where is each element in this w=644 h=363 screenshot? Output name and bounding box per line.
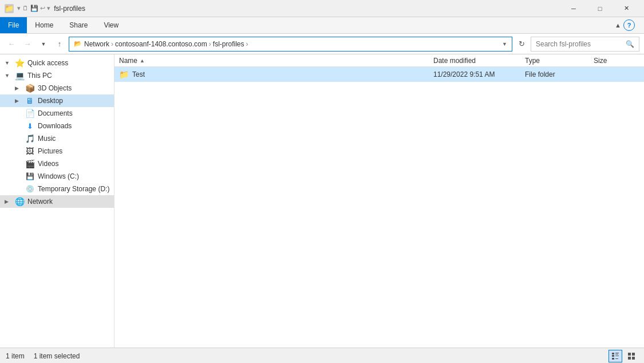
sidebar-item-pictures[interactable]: ▶ 🖼 Pictures [0,145,114,157]
col-header-type[interactable]: Type [525,57,594,65]
selected-count: 1 item selected [34,352,80,360]
file-type: File folder [525,70,594,78]
chevron-icon: ▶ [15,85,22,91]
view-buttons [609,350,638,362]
sidebar-item-videos[interactable]: ▶ 🎬 Videos [0,157,114,170]
ribbon-collapse[interactable]: ▲ [615,22,621,29]
sidebar-item-temp-storage[interactable]: ▶ 💿 Temporary Storage (D:) [0,183,114,195]
svg-rect-4 [615,356,619,356]
sidebar-item-documents[interactable]: ▶ 📄 Documents [0,107,114,120]
svg-rect-1 [615,353,619,353]
window-title: fsl-profiles [54,5,85,13]
network-icon: 🌐 [15,197,24,206]
videos-icon: 🎬 [25,159,34,168]
sidebar-item-network[interactable]: ▶ 🌐 Network [0,195,114,208]
sidebar-item-label: Quick access [27,59,68,67]
sidebar-item-label: Network [27,198,53,206]
search-icon: 🔍 [626,40,634,48]
chevron-icon: ▼ [5,60,11,66]
desktop-icon: 🖥 [25,96,34,105]
status-bar: 1 item 1 item selected [0,348,644,363]
svg-rect-6 [615,358,618,359]
view-details-button[interactable] [609,350,622,362]
ribbon-tab-bar: File Home Share View ▲ ? [0,17,644,33]
sort-arrow-name: ▲ [140,58,145,64]
svg-rect-2 [615,354,618,354]
folder-icon: 📁 [119,70,129,79]
sidebar-item-label: Music [38,135,56,143]
col-header-modified[interactable]: Date modified [433,57,525,65]
tab-home[interactable]: Home [27,17,61,33]
col-header-size[interactable]: Size [594,57,639,65]
minimize-button[interactable]: ─ [560,0,587,17]
address-dropdown[interactable]: ▼ [502,41,507,47]
sidebar-item-label: Pictures [38,147,62,155]
file-list: 📁 Test 11/29/2022 9:51 AM File folder [114,67,644,348]
sidebar-item-quick-access[interactable]: ▼ ⭐ Quick access [0,57,114,69]
svg-rect-3 [612,355,614,357]
sidebar-item-label: Downloads [38,122,72,130]
address-bar: ← → ▼ ↑ 📂 Network › contosoanf-1408.cont… [0,34,644,54]
svg-rect-9 [628,357,631,360]
view-tiles-button[interactable] [625,350,638,362]
sidebar-item-desktop[interactable]: ▶ 🖥 Desktop [0,94,114,107]
sidebar-item-downloads[interactable]: ▶ ⬇ Downloads [0,120,114,132]
3d-icon: 📦 [25,84,34,93]
sidebar-item-label: Documents [38,109,73,117]
maximize-button[interactable]: □ [587,0,613,17]
app-icon: 📁 [5,4,14,13]
sidebar-item-label: Desktop [38,97,63,105]
sidebar-item-this-pc[interactable]: ▼ 💻 This PC [0,69,114,82]
search-box[interactable]: 🔍 [531,37,639,52]
title-bar: 📁 ▾ 🗒 💾 ↩ ▾ fsl-profiles ─ □ ✕ [0,0,644,17]
refresh-button[interactable]: ↻ [515,37,528,51]
sidebar-item-label: Videos [38,160,58,168]
sidebar-item-label: 3D Objects [38,84,72,92]
sidebar-item-3d-objects[interactable]: ▶ 📦 3D Objects [0,82,114,94]
svg-rect-8 [632,353,635,356]
sidebar: ▼ ⭐ Quick access ▼ 💻 This PC ▶ 📦 3D Obje… [0,54,114,348]
file-modified: 11/29/2022 9:51 AM [433,70,525,78]
back-button[interactable]: ← [5,37,18,51]
pictures-icon: 🖼 [25,147,34,156]
file-row[interactable]: 📁 Test 11/29/2022 9:51 AM File folder [114,67,644,82]
item-count: 1 item [6,352,25,360]
chevron-icon: ▶ [15,98,22,104]
main-layout: ▼ ⭐ Quick access ▼ 💻 This PC ▶ 📦 3D Obje… [0,54,644,348]
up-button[interactable]: ↑ [53,37,66,51]
search-input[interactable] [536,40,622,48]
svg-rect-10 [632,357,635,360]
sidebar-item-label: Temporary Storage (D:) [38,185,109,193]
crumb-network[interactable]: Network [84,40,109,48]
file-name-cell: 📁 Test [119,70,433,79]
forward-button[interactable]: → [21,37,34,51]
help-button[interactable]: ? [623,19,635,31]
tab-file[interactable]: File [0,17,27,33]
status-info: 1 item 1 item selected [6,352,80,360]
sidebar-item-label: Windows (C:) [38,172,79,180]
music-icon: 🎵 [25,134,34,143]
sidebar-item-music[interactable]: ▶ 🎵 Music [0,132,114,145]
svg-rect-5 [612,358,614,360]
quick-access-toolbar[interactable]: ▾ 🗒 💾 ↩ ▾ [17,5,50,12]
svg-rect-7 [628,353,631,356]
sidebar-item-label: This PC [27,72,52,80]
crumb-folder[interactable]: fsl-profiles [213,40,244,48]
crumb-server[interactable]: contosoanf-1408.contoso.com [115,40,207,48]
content-area: Name ▲ Date modified Type Size 📁 Test 11… [114,54,644,348]
recent-locations-button[interactable]: ▼ [37,37,50,51]
drive-c-icon: 💾 [25,172,34,180]
tab-share[interactable]: Share [61,17,96,33]
col-header-name[interactable]: Name ▲ [119,57,433,65]
column-headers: Name ▲ Date modified Type Size [114,54,644,67]
address-box[interactable]: 📂 Network › contosoanf-1408.contoso.com … [69,37,512,52]
chevron-icon: ▶ [5,199,11,204]
tab-view[interactable]: View [96,17,127,33]
svg-rect-0 [612,353,614,354]
documents-icon: 📄 [25,109,34,118]
sidebar-item-windows-c[interactable]: ▶ 💾 Windows (C:) [0,170,114,183]
drive-d-icon: 💿 [25,185,34,193]
chevron-icon: ▼ [5,73,11,78]
close-button[interactable]: ✕ [613,0,639,17]
title-bar-left: 📁 ▾ 🗒 💾 ↩ ▾ fsl-profiles [5,4,85,13]
